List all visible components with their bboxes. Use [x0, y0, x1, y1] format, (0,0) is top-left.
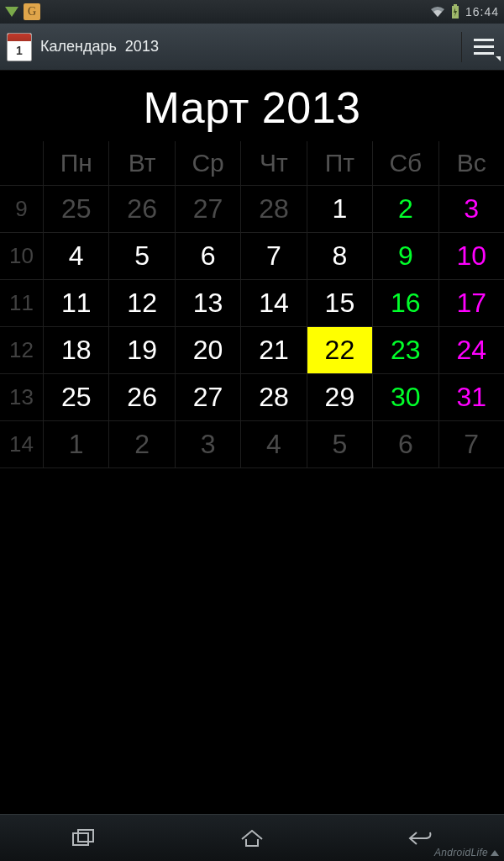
notification-icon [5, 7, 18, 17]
svg-rect-1 [454, 4, 457, 6]
day-cell-today[interactable]: 22 [307, 327, 373, 373]
app-notification-icon: G [24, 3, 40, 20]
week-number: 10 [0, 233, 44, 279]
day-cell[interactable]: 28 [241, 374, 307, 420]
day-cell[interactable]: 26 [109, 374, 175, 420]
week-number: 11 [0, 280, 44, 326]
day-cell[interactable]: 1 [307, 186, 373, 232]
day-cell[interactable]: 18 [44, 327, 109, 373]
day-cell[interactable]: 28 [241, 186, 307, 232]
wifi-icon [430, 6, 445, 18]
day-cell[interactable]: 4 [241, 421, 307, 467]
day-cell[interactable]: 5 [109, 233, 175, 279]
week-number-header [0, 141, 44, 185]
day-cell[interactable]: 23 [373, 327, 438, 373]
calendar-week-row: 1218192021222324 [0, 327, 504, 374]
weekday-header-row: Пн Вт Ср Чт Пт Сб Вс [0, 141, 504, 186]
status-clock: 16:44 [465, 5, 499, 18]
day-cell[interactable]: 26 [109, 186, 175, 232]
week-number: 12 [0, 327, 44, 373]
day-cell[interactable]: 2 [109, 421, 175, 467]
week-number: 14 [0, 421, 44, 467]
watermark: AndroidLife [434, 847, 499, 858]
day-cell[interactable]: 31 [439, 374, 504, 420]
day-cell[interactable]: 15 [307, 280, 373, 326]
weekday-header: Чт [241, 141, 307, 185]
day-cell[interactable]: 29 [307, 374, 373, 420]
calendar-week-row: 141234567 [0, 421, 504, 468]
month-title: Март 2013 [0, 71, 504, 141]
day-cell[interactable]: 21 [241, 327, 307, 373]
day-cell[interactable]: 19 [109, 327, 175, 373]
calendar-app-icon[interactable]: 1 [7, 33, 32, 61]
menu-button[interactable] [472, 35, 496, 58]
day-cell[interactable]: 4 [44, 233, 109, 279]
weekday-header: Пт [307, 141, 373, 185]
week-number: 13 [0, 374, 44, 420]
day-cell[interactable]: 27 [176, 374, 241, 420]
day-cell[interactable]: 7 [241, 233, 307, 279]
day-cell[interactable]: 25 [44, 186, 109, 232]
day-cell[interactable]: 12 [109, 280, 175, 326]
weekday-header: Вт [109, 141, 175, 185]
day-cell[interactable]: 20 [176, 327, 241, 373]
day-cell[interactable]: 25 [44, 374, 109, 420]
recent-apps-button[interactable] [59, 823, 109, 853]
status-bar: G 16:44 [0, 0, 504, 24]
day-cell[interactable]: 6 [373, 421, 438, 467]
week-number: 9 [0, 186, 44, 232]
calendar-week-row: 1045678910 [0, 233, 504, 280]
weekday-header: Вс [439, 141, 504, 185]
home-button[interactable] [227, 823, 277, 853]
day-cell[interactable]: 24 [439, 327, 504, 373]
day-cell[interactable]: 1 [44, 421, 109, 467]
day-cell[interactable]: 13 [176, 280, 241, 326]
day-cell[interactable]: 7 [439, 421, 504, 467]
day-cell[interactable]: 5 [307, 421, 373, 467]
svg-rect-3 [78, 830, 93, 842]
day-cell[interactable]: 3 [439, 186, 504, 232]
day-cell[interactable]: 27 [176, 186, 241, 232]
calendar-week-row: 1325262728293031 [0, 374, 504, 421]
calendar-week-row: 925262728123 [0, 186, 504, 233]
day-cell[interactable]: 9 [373, 233, 438, 279]
day-cell[interactable]: 14 [241, 280, 307, 326]
weekday-header: Пн [44, 141, 109, 185]
day-cell[interactable]: 17 [439, 280, 504, 326]
svg-rect-2 [73, 833, 88, 845]
day-cell[interactable]: 16 [373, 280, 438, 326]
day-cell[interactable]: 11 [44, 280, 109, 326]
status-right: 16:44 [430, 4, 499, 19]
system-nav-bar: AndroidLife [0, 814, 504, 861]
app-bar: 1 Календарь 2013 [0, 24, 504, 71]
status-left: G [5, 3, 40, 20]
vertical-divider [461, 32, 462, 62]
weekday-header: Сб [373, 141, 438, 185]
day-cell[interactable]: 10 [439, 233, 504, 279]
day-cell[interactable]: 30 [373, 374, 438, 420]
weekday-header: Ср [176, 141, 241, 185]
day-cell[interactable]: 6 [176, 233, 241, 279]
day-cell[interactable]: 8 [307, 233, 373, 279]
app-year[interactable]: 2013 [125, 38, 159, 55]
day-cell[interactable]: 3 [176, 421, 241, 467]
battery-charging-icon [450, 4, 460, 19]
calendar-icon-day: 1 [8, 41, 31, 61]
day-cell[interactable]: 2 [373, 186, 438, 232]
app-title: Календарь [40, 38, 117, 55]
calendar-week-row: 1111121314151617 [0, 280, 504, 327]
calendar-grid: Пн Вт Ср Чт Пт Сб Вс 9252627281231045678… [0, 141, 504, 468]
